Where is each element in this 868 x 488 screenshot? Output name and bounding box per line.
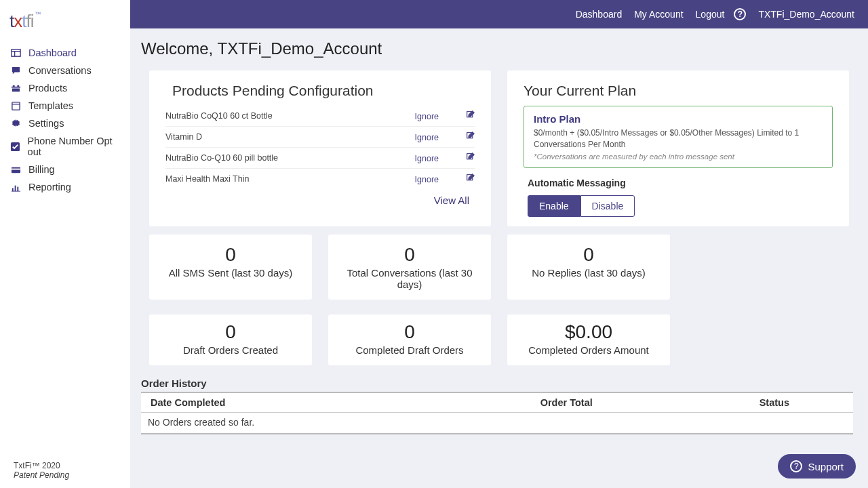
sidebar-item-billing[interactable]: Billing — [0, 161, 130, 178]
stat-value: 0 — [156, 244, 305, 266]
topbar-myaccount[interactable]: My Account — [634, 9, 683, 20]
ignore-link[interactable]: Ignore — [415, 154, 439, 163]
support-button[interactable]: ? Support — [778, 454, 856, 479]
order-table-empty: No Orders created so far. — [141, 413, 853, 433]
sidebar-label: Settings — [28, 118, 64, 129]
sidebar-item-products[interactable]: Products — [0, 79, 130, 97]
page-title: Welcome, TXTFi_Demo_Account — [141, 39, 853, 58]
plan-desc: $0/month + ($0.05/Intro Messages or $0.0… — [534, 127, 823, 150]
product-name: Vitamin D — [165, 132, 202, 142]
stat-label: Completed Draft Orders — [335, 344, 484, 356]
support-icon: ? — [790, 460, 802, 472]
order-history-title: Order History — [141, 378, 853, 389]
pending-item: Vitamin DIgnore — [165, 127, 475, 148]
pending-title: Products Pending Configuration — [172, 83, 475, 99]
pending-item: Maxi Health Maxi ThinIgnore — [165, 169, 475, 189]
sidebar-nav: Dashboard Conversations Products Templat… — [0, 41, 130, 199]
plan-box: Intro Plan $0/month + ($0.05/Intro Messa… — [524, 106, 833, 168]
disable-button[interactable]: Disable — [580, 195, 635, 217]
edit-icon[interactable] — [466, 112, 475, 121]
stat-value: 0 — [335, 244, 484, 266]
stat-card: 0Draft Orders Created — [149, 314, 312, 365]
product-name: NutraBio CoQ10 60 ct Bottle — [165, 111, 273, 121]
logo: txtfi™ — [0, 5, 130, 41]
chart-icon — [9, 182, 22, 192]
plan-title: Your Current Plan — [524, 83, 833, 99]
enable-button[interactable]: Enable — [528, 195, 580, 217]
topbar: Dashboard My Account Logout ? TXTFi_Demo… — [130, 0, 868, 28]
sidebar-item-settings[interactable]: Settings — [0, 115, 130, 132]
main: Welcome, TXTFi_Demo_Account Products Pen… — [130, 28, 868, 488]
products-icon — [9, 83, 22, 94]
order-table: Date Completed Order Total Status No Ord… — [141, 392, 853, 434]
edit-icon[interactable] — [466, 175, 475, 184]
sidebar-label: Billing — [28, 164, 55, 175]
stats-row-2: 0Draft Orders Created0Completed Draft Or… — [149, 314, 853, 365]
edit-icon[interactable] — [466, 133, 475, 142]
stats-row-1: 0All SMS Sent (last 30 days)0Total Conve… — [149, 235, 853, 300]
svg-rect-9 — [12, 188, 13, 191]
sidebar-item-templates[interactable]: Templates — [0, 97, 130, 115]
product-name: NutraBio Co-Q10 60 pill bottle — [165, 153, 278, 163]
ignore-link[interactable]: Ignore — [415, 175, 439, 184]
sidebar: txtfi™ Dashboard Conversations Products … — [0, 0, 130, 488]
footer-patent: Patent Pending — [14, 470, 69, 480]
pending-item: NutraBio Co-Q10 60 pill bottleIgnore — [165, 148, 475, 169]
templates-icon — [9, 101, 22, 111]
svg-rect-7 — [11, 167, 20, 172]
stat-label: Total Conversations (last 30 days) — [335, 267, 484, 290]
stat-card: 0Total Conversations (last 30 days) — [328, 235, 491, 300]
col-date: Date Completed — [151, 397, 428, 408]
product-name: Maxi Health Maxi Thin — [165, 174, 249, 184]
sidebar-label: Templates — [28, 100, 73, 111]
automessage-label: Automatic Messaging — [528, 178, 833, 188]
topbar-logout[interactable]: Logout — [696, 9, 725, 20]
help-icon[interactable]: ? — [734, 8, 746, 20]
billing-icon — [9, 165, 22, 175]
svg-rect-8 — [11, 168, 20, 169]
stat-value: $0.00 — [514, 321, 663, 343]
stat-card: 0No Replies (last 30 days) — [507, 235, 670, 300]
stat-value: 0 — [335, 321, 484, 343]
edit-icon[interactable] — [466, 154, 475, 163]
footer: TxtFi™ 2020 Patent Pending — [14, 461, 69, 480]
ignore-link[interactable]: Ignore — [415, 112, 439, 121]
dashboard-icon — [9, 48, 22, 58]
pending-list: NutraBio CoQ10 60 ct BottleIgnoreVitamin… — [165, 106, 475, 189]
order-table-head: Date Completed Order Total Status — [141, 393, 853, 413]
sidebar-label: Conversations — [28, 65, 92, 76]
footer-copyright: TxtFi™ 2020 — [14, 461, 69, 470]
ignore-link[interactable]: Ignore — [415, 133, 439, 142]
sidebar-item-reporting[interactable]: Reporting — [0, 178, 130, 196]
view-all-link[interactable]: View All — [434, 195, 469, 206]
stat-card: 0All SMS Sent (last 30 days) — [149, 235, 312, 300]
stat-label: All SMS Sent (last 30 days) — [156, 267, 305, 279]
pending-card: Products Pending Configuration NutraBio … — [149, 70, 491, 226]
pending-item: NutraBio CoQ10 60 ct BottleIgnore — [165, 106, 475, 127]
chat-icon — [9, 66, 22, 76]
stat-card: $0.00Completed Orders Amount — [507, 314, 670, 365]
svg-rect-10 — [14, 185, 16, 190]
stat-card: 0Completed Draft Orders — [328, 314, 491, 365]
col-total: Order Total — [428, 397, 705, 408]
plan-name: Intro Plan — [534, 113, 823, 125]
stat-value: 0 — [156, 321, 305, 343]
svg-rect-3 — [12, 102, 19, 109]
sidebar-label: Reporting — [28, 182, 71, 192]
check-icon — [9, 142, 21, 152]
svg-rect-0 — [11, 49, 20, 56]
stat-label: No Replies (last 30 days) — [514, 267, 663, 279]
sidebar-item-optout[interactable]: Phone Number Opt out — [0, 132, 130, 161]
sidebar-label: Products — [28, 83, 67, 94]
sidebar-label: Dashboard — [28, 47, 77, 58]
stat-value: 0 — [514, 244, 663, 266]
sidebar-item-conversations[interactable]: Conversations — [0, 62, 130, 79]
support-label: Support — [808, 461, 844, 472]
topbar-account-name[interactable]: TXTFi_Demo_Account — [758, 9, 854, 20]
sidebar-item-dashboard[interactable]: Dashboard — [0, 44, 130, 62]
svg-rect-11 — [17, 186, 18, 191]
topbar-dashboard[interactable]: Dashboard — [576, 9, 623, 20]
stat-label: Completed Orders Amount — [514, 344, 663, 356]
sidebar-label: Phone Number Opt out — [28, 136, 121, 157]
plan-card: Your Current Plan Intro Plan $0/month + … — [507, 70, 849, 226]
